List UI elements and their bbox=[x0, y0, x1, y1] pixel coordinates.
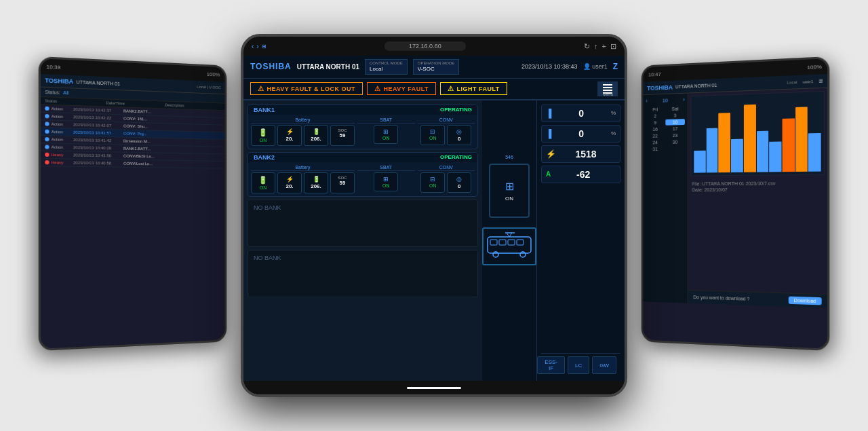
right-site: UTTARA NORTH 01 bbox=[675, 83, 717, 89]
conv-val: 0 bbox=[458, 136, 460, 142]
battery-item-2[interactable]: ⚡ 20. bbox=[277, 125, 302, 146]
cal-day[interactable]: 17 bbox=[665, 126, 685, 132]
cal-next[interactable]: › bbox=[683, 96, 685, 103]
right-file-info: File: UTTARA NORTH 01 2023/10/7.csv Date… bbox=[688, 178, 827, 196]
sbat-label: SBAT bbox=[357, 117, 415, 124]
nav-tabs-btn[interactable]: ⊞ bbox=[262, 43, 267, 50]
battery-icon-b2: 🔋 bbox=[258, 176, 268, 185]
chart-bar bbox=[808, 133, 821, 172]
stat-current: A -62 bbox=[541, 166, 620, 183]
right-meta: Local bbox=[787, 80, 797, 85]
right-sidebar-calendar: ‹ 10 › Fri Sat 2 3 9 10 16 17 22 23 24 3… bbox=[644, 94, 688, 303]
dot-icon bbox=[45, 145, 49, 149]
url-bar[interactable]: 172.16.0.60 bbox=[384, 41, 466, 51]
cal-day[interactable]: Fri bbox=[646, 106, 665, 113]
sab-box[interactable]: ⊞ ON bbox=[489, 164, 530, 218]
dot-icon bbox=[45, 107, 49, 111]
soc-val: 59 bbox=[340, 132, 346, 138]
battery-soc-b2[interactable]: SOC 59 bbox=[330, 172, 355, 193]
fault-light-text: LIGHT FAULT bbox=[457, 86, 500, 92]
stat-unit-2: % bbox=[611, 130, 616, 136]
stat-val-3: 1518 bbox=[575, 149, 596, 160]
ampere-stat-icon: A bbox=[546, 170, 551, 178]
bank2-title: BANK2 bbox=[254, 154, 275, 161]
cal-day[interactable]: 22 bbox=[646, 132, 665, 138]
left-battery: 100% bbox=[207, 71, 220, 77]
cal-day[interactable]: 31 bbox=[646, 146, 665, 152]
battery-items: 🔋 ON ⚡ 20. 🔋 206. bbox=[251, 125, 355, 146]
conv-on: ON bbox=[429, 136, 437, 140]
chart-bar bbox=[769, 141, 781, 172]
dot-icon bbox=[45, 153, 49, 157]
battery-item-b2-1[interactable]: 🔋 ON bbox=[251, 172, 275, 193]
chart-bar bbox=[706, 128, 717, 173]
battery-item-1[interactable]: 🔋 ON bbox=[251, 125, 275, 146]
no-bank-label-1: NO BANK bbox=[254, 204, 281, 211]
svg-line-8 bbox=[509, 233, 512, 237]
cal-day-active[interactable]: 10 bbox=[665, 119, 685, 126]
app-datetime: 2023/10/13 10:38:43 bbox=[521, 63, 578, 70]
svg-point-6 bbox=[520, 252, 526, 257]
bat-val2: 206. bbox=[311, 136, 321, 142]
cal-prev[interactable]: ‹ bbox=[646, 98, 648, 105]
battery-items-2: 🔋 ON ⚡ 20. 🔋 206. bbox=[251, 172, 355, 193]
menu-line bbox=[603, 87, 612, 88]
battery-item-b2-3[interactable]: 🔋 206. bbox=[304, 172, 328, 193]
share-icon[interactable]: ↑ bbox=[594, 42, 598, 50]
nav-forward-btn[interactable]: › bbox=[256, 43, 258, 50]
bank2-sbat-section: SBAT ⊞ ON bbox=[357, 165, 415, 193]
conv-item-1[interactable]: ⊟ ON bbox=[420, 125, 445, 145]
filter-label: Status: bbox=[45, 90, 60, 95]
ess-if-button[interactable]: ESS-IF bbox=[537, 356, 565, 374]
battery-stat-icon-2: ▐ bbox=[546, 129, 552, 138]
sbat-item-b2[interactable]: ⊞ ON bbox=[374, 172, 398, 191]
right-menu-icon[interactable]: ≡ bbox=[819, 77, 823, 85]
conv-icon: ⊟ bbox=[430, 128, 435, 135]
nav-back-btn[interactable]: ‹ bbox=[252, 43, 254, 50]
gw-button[interactable]: GW bbox=[592, 356, 616, 374]
lightning-stat-icon: ⚡ bbox=[546, 149, 556, 159]
cal-day[interactable]: 16 bbox=[646, 126, 665, 133]
filter-value: All bbox=[63, 90, 68, 95]
menu-button[interactable]: Menu bbox=[597, 81, 618, 96]
download-button[interactable]: Download bbox=[789, 297, 822, 305]
conv-item-b2-1[interactable]: ⊟ ON bbox=[420, 172, 445, 193]
conv-label: CONV bbox=[418, 117, 475, 124]
cal-day[interactable]: 3 bbox=[665, 112, 685, 119]
sbat-item[interactable]: ⊞ ON bbox=[374, 125, 398, 144]
conv-items: ⊟ ON ◎ 0 bbox=[418, 125, 475, 145]
cal-nav[interactable]: ‹ 10 › bbox=[646, 96, 685, 105]
bank1-battery-section: Battery 🔋 ON ⚡ 20. bbox=[251, 117, 355, 146]
control-mode-value: Local bbox=[370, 66, 403, 73]
cal-day[interactable]: 24 bbox=[646, 139, 665, 145]
more-icon[interactable]: ⊡ bbox=[610, 42, 616, 51]
bank1-title: BANK1 bbox=[254, 107, 275, 113]
add-tab-icon[interactable]: + bbox=[602, 42, 606, 50]
conv-item-2[interactable]: ◎ 0 bbox=[447, 125, 471, 145]
battery-item-b2-2[interactable]: ⚡ 20. bbox=[277, 172, 302, 193]
sbat-icon-b2: ⊞ bbox=[383, 176, 389, 183]
bank1-panel[interactable]: BANK1 OPERATING Battery 🔋 ON bbox=[248, 105, 478, 149]
battery-item-3[interactable]: 🔋 206. bbox=[304, 125, 328, 146]
col-status: Status bbox=[45, 98, 106, 105]
cal-day[interactable]: 9 bbox=[646, 119, 665, 126]
lc-button[interactable]: LC bbox=[568, 356, 589, 374]
warning-icon-1: ⚠ bbox=[258, 85, 264, 92]
conv-item-b2-2[interactable]: ◎ 0 bbox=[447, 172, 471, 193]
browser-nav[interactable]: ‹ › ⊞ bbox=[252, 43, 267, 50]
file-info-line1: File: UTTARA NORTH 01 2023/10/7.csv bbox=[692, 181, 823, 186]
cal-day[interactable]: 30 bbox=[665, 139, 685, 145]
cal-day[interactable]: 23 bbox=[665, 132, 685, 139]
battery-soc[interactable]: SOC 59 bbox=[330, 125, 355, 146]
tab-bar bbox=[243, 381, 625, 394]
left-logo: TOSHIBA bbox=[45, 77, 73, 85]
battery-label: Battery bbox=[251, 117, 355, 124]
refresh-icon[interactable]: ↻ bbox=[584, 42, 590, 51]
cal-day[interactable]: 2 bbox=[646, 113, 665, 119]
fault-light: ⚠ LIGHT FAULT bbox=[440, 82, 507, 95]
right-download-bar: Do you want to download ? Download bbox=[688, 290, 827, 308]
bank2-panel[interactable]: BANK2 OPERATING Battery 🔋 ON bbox=[248, 152, 478, 197]
fault-heavy-lockout-text: HEAVY FAULT & LOCK OUT bbox=[267, 86, 356, 92]
battery-label-2: Battery bbox=[251, 165, 355, 171]
cal-day[interactable]: Sat bbox=[665, 105, 685, 112]
